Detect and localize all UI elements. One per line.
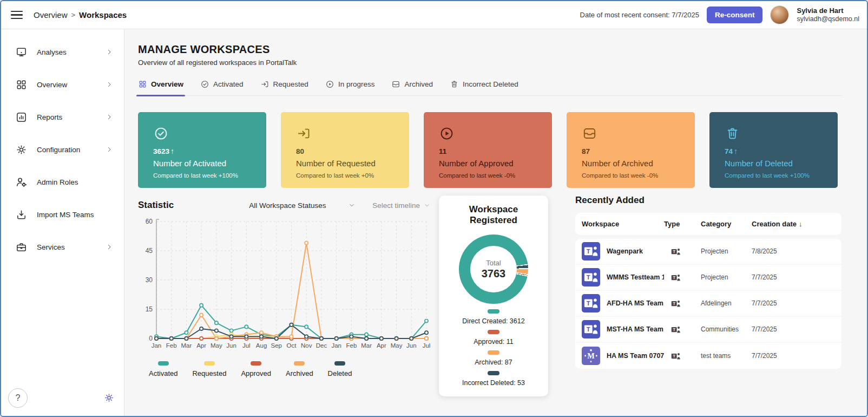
sidebar-item-reports[interactable]: Reports <box>1 101 124 133</box>
stat-card-number-of-requested[interactable]: 80Number of RequestedCompared to last we… <box>281 112 409 188</box>
tab-label: Requested <box>273 80 308 88</box>
table-row[interactable]: TAFD-HA MS Team (TAfdelingen7/7/2025 <box>575 291 841 317</box>
workspace-tabs: OverviewActivatedRequestedIn progressArc… <box>138 80 843 96</box>
svg-text:Jul: Jul <box>423 342 431 349</box>
stat-card-number-of-deleted[interactable]: 74↑Number of DeletedCompared to last wee… <box>709 112 838 188</box>
table-header: WorkspaceTypeCategoryCreation date↓ <box>575 213 841 235</box>
main-content: MANAGE WORKSPACES Overview of all regist… <box>124 29 867 416</box>
play-circle-icon <box>325 80 334 89</box>
breadcrumb: Overview > Workspaces <box>34 10 127 19</box>
table-row[interactable]: MHA MS Team 07072Ttest teams7/7/2025 <box>575 343 841 369</box>
settings-gear-icon[interactable] <box>103 392 115 403</box>
timeline-filter-dropdown[interactable]: Select timeline <box>372 201 430 210</box>
legend-item-approved[interactable]: Approved <box>241 361 271 377</box>
workspace-name: MST-HA MS Team ( <box>607 325 664 333</box>
help-button[interactable]: ? <box>8 388 28 408</box>
svg-text:Jan: Jan <box>152 342 162 349</box>
top-bar: Overview > Workspaces Date of most recen… <box>1 1 867 29</box>
workspace-category: Projecten <box>701 247 752 255</box>
donut-legend: Direct Created: 3612Approved: 11Archived… <box>444 309 543 387</box>
sidebar-item-label: Services <box>37 243 65 251</box>
workspace-creation-date: 7/7/2025 <box>752 325 841 333</box>
user-avatar[interactable] <box>770 5 789 24</box>
hamburger-menu-icon[interactable] <box>11 9 23 22</box>
stat-card-title: Number of Archived <box>582 159 686 168</box>
workspace-name: Wagenpark <box>607 247 643 255</box>
breadcrumb-separator: > <box>71 11 76 19</box>
recently-added-section: Recently Added WorkspaceTypeCategoryCrea… <box>575 195 841 369</box>
workspace-registered-card: Workspace Registered Total 3763 Direct C… <box>439 196 548 396</box>
sidebar-item-label: Import MS Teams <box>37 211 94 219</box>
tab-requested[interactable]: Requested <box>260 80 308 95</box>
chevron-down-icon <box>348 202 355 208</box>
status-filter-dropdown[interactable]: All Workspace Statuses <box>249 201 355 210</box>
user-email: sylviadh@qsdemo.nl <box>797 15 859 24</box>
sidebar-item-services[interactable]: Services <box>1 231 124 263</box>
teams-avatar-icon: T <box>582 268 600 286</box>
statistic-line-chart: 015304560JanFebMarAprMayJunJulAugSepOctN… <box>138 216 435 360</box>
sidebar-item-label: Analyses <box>37 48 67 56</box>
sidebar-item-configuration[interactable]: Configuration <box>1 133 124 166</box>
legend-item-requested[interactable]: Requested <box>192 361 226 377</box>
breadcrumb-section[interactable]: Overview <box>34 10 68 19</box>
sidebar-item-admin-roles[interactable]: Admin Roles <box>1 166 124 198</box>
teams-type-icon: T <box>664 324 701 334</box>
table-row[interactable]: TMST-HA MS Team (TCommunities7/7/2025 <box>575 317 841 343</box>
chart-legend: ActivatedRequestedApprovedArchivedDelete… <box>138 361 435 377</box>
tab-overview[interactable]: Overview <box>138 80 183 95</box>
svg-text:Jun: Jun <box>406 342 417 349</box>
legend-label: Requested <box>192 369 226 377</box>
workspace-name: AFD-HA MS Team ( <box>607 299 664 307</box>
svg-text:0: 0 <box>149 335 153 342</box>
svg-text:Oct: Oct <box>287 342 297 349</box>
arrow-enter-icon <box>260 80 269 89</box>
stat-card-title: Number of Requested <box>296 159 400 168</box>
legend-item-archived[interactable]: Archived <box>286 361 313 377</box>
svg-text:T: T <box>673 327 675 332</box>
donut-legend-swatch <box>488 330 499 334</box>
stat-cards-row: 3623↑Number of ActivatedCompared to last… <box>138 112 867 188</box>
chevron-right-icon <box>106 81 113 88</box>
sidebar-item-import-ms-teams[interactable]: Import MS Teams <box>1 198 124 231</box>
teams-type-icon: T <box>664 298 701 308</box>
stat-card-number-of-archived[interactable]: 87Number of ArchivedCompared to last wee… <box>567 112 695 188</box>
sidebar-item-analyses[interactable]: Analyses <box>1 36 124 68</box>
stat-card-number-of-approved[interactable]: 11Number of ApprovedCompared to last wee… <box>424 112 552 188</box>
stat-card-value: 3623↑ <box>153 147 258 155</box>
sidebar-item-overview[interactable]: Overview <box>1 68 124 101</box>
tab-archived[interactable]: Archived <box>391 80 433 95</box>
table-row[interactable]: TWMMS Testteam 1TProjecten7/7/2025 <box>575 265 841 291</box>
stat-card-subtitle: Compared to last week +0% <box>296 172 400 179</box>
monogram-m-avatar-icon: M <box>582 347 600 365</box>
tab-incorrect-deleted[interactable]: Incorrect Deleted <box>450 80 518 95</box>
svg-text:T: T <box>673 354 675 359</box>
legend-item-deleted[interactable]: Deleted <box>328 361 352 377</box>
tab-label: Incorrect Deleted <box>463 80 518 88</box>
tab-activated[interactable]: Activated <box>200 80 244 95</box>
teams-type-icon: T <box>664 351 701 361</box>
svg-text:Jan: Jan <box>331 342 341 349</box>
svg-text:T: T <box>587 326 590 333</box>
svg-text:Mar: Mar <box>181 342 192 349</box>
sidebar-item-label: Admin Roles <box>37 178 78 186</box>
reconsent-button[interactable]: Re-consent <box>707 6 763 23</box>
workspace-creation-date: 7/7/2025 <box>752 352 841 360</box>
tab-in-progress[interactable]: In progress <box>325 80 375 95</box>
tab-label: Activated <box>213 80 244 88</box>
column-header-creation-date[interactable]: Creation date↓ <box>752 220 841 228</box>
gear-icon <box>15 144 28 156</box>
donut-title: Workspace Registered <box>444 204 543 226</box>
svg-text:T: T <box>673 275 675 280</box>
svg-text:May: May <box>211 342 222 349</box>
download-icon <box>15 208 28 221</box>
legend-item-activated[interactable]: Activated <box>149 361 177 377</box>
table-row[interactable]: TWagenparkTProjecten7/8/2025 <box>575 239 841 265</box>
column-header-workspace: Workspace <box>582 220 664 228</box>
page-title: MANAGE WORKSPACES <box>138 43 867 56</box>
donut-legend-label: Incorrect Deleted: 53 <box>462 379 525 387</box>
stat-card-number-of-activated[interactable]: 3623↑Number of ActivatedCompared to last… <box>138 112 266 188</box>
tab-label: Archived <box>404 80 433 88</box>
legend-label: Archived <box>286 369 313 377</box>
breadcrumb-current: Workspaces <box>79 10 127 19</box>
trash-icon <box>725 126 740 141</box>
